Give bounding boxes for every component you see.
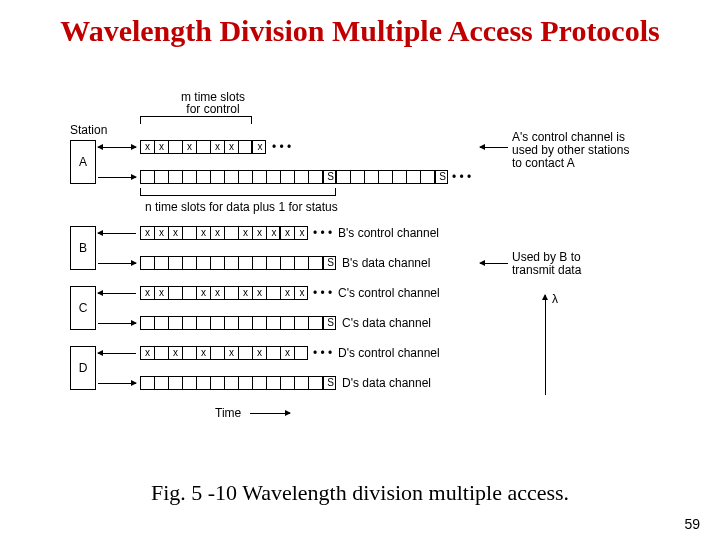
data-slot — [211, 377, 225, 389]
data-slot — [141, 257, 155, 269]
note-A-line2: used by other stations — [512, 143, 662, 157]
ctrl-slot: x — [253, 287, 267, 299]
data-slot — [169, 171, 183, 183]
ctrl-slot: x — [197, 347, 211, 359]
ctrl-slot — [183, 227, 197, 239]
ctrl-slot: x — [197, 227, 211, 239]
brace-n-slots — [140, 188, 336, 196]
data-slot — [155, 257, 169, 269]
data-slot — [239, 171, 253, 183]
arrow-note-A — [480, 147, 508, 148]
ctrl-slot — [225, 227, 239, 239]
label-Bctrl: B's control channel — [338, 226, 439, 240]
ctrl-slot: x — [239, 287, 253, 299]
data-slot — [309, 317, 323, 329]
ctrl-slot — [155, 347, 169, 359]
ellipsis-Dctrl: • • • — [313, 346, 332, 360]
ctrl-slot: x — [281, 227, 295, 239]
ctrl-slot: x — [197, 287, 211, 299]
ctrl-slot: x — [183, 141, 197, 153]
channel-C-control: x x x x x x x x — [140, 286, 308, 300]
channel-A-control-1: x x x x x — [140, 140, 252, 154]
data-slot — [295, 317, 309, 329]
ctrl-slot — [239, 141, 253, 153]
ctrl-slot — [169, 287, 183, 299]
mid-label: n time slots for data plus 1 for status — [145, 200, 338, 214]
arrow-A-ctrl — [98, 147, 136, 148]
lambda-label: λ — [552, 292, 558, 306]
data-slot — [239, 257, 253, 269]
ctrl-slot: x — [253, 141, 267, 153]
brace-m-slots — [140, 116, 252, 124]
ctrl-slot: x — [267, 227, 281, 239]
note-A-line3: to contact A — [512, 156, 662, 170]
label-Cctrl: C's control channel — [338, 286, 440, 300]
arrow-D-ctrl — [98, 353, 136, 354]
arrow-C-ctrl — [98, 293, 136, 294]
label-Cdata: C's data channel — [342, 316, 431, 330]
data-slot — [225, 317, 239, 329]
data-slot — [281, 377, 295, 389]
data-slot — [267, 171, 281, 183]
data-slot — [281, 171, 295, 183]
data-slot — [225, 171, 239, 183]
channel-B-control: x x x x x x x x — [140, 226, 280, 240]
data-slot — [295, 257, 309, 269]
station-box-A: A — [70, 140, 96, 184]
time-arrow — [250, 413, 290, 414]
data-slot — [155, 171, 169, 183]
data-slot — [295, 171, 309, 183]
ctrl-slot: x — [141, 227, 155, 239]
channel-B-control-2s: x x — [280, 226, 308, 240]
data-slot — [309, 257, 323, 269]
arrow-B-data — [98, 263, 136, 264]
ctrl-slot — [267, 347, 281, 359]
ctrl-slot: x — [141, 141, 155, 153]
page-number: 59 — [684, 516, 700, 532]
status-slot: S — [323, 171, 337, 183]
data-slot — [183, 257, 197, 269]
data-slot — [337, 171, 351, 183]
data-slot — [211, 317, 225, 329]
channel-A-control-2-start: x — [252, 140, 266, 154]
ctrl-slot — [211, 347, 225, 359]
ctrl-slot — [295, 347, 309, 359]
data-slot — [197, 257, 211, 269]
label-Ddata: D's data channel — [342, 376, 431, 390]
slide: Wavelength Division Multiple Access Prot… — [0, 0, 720, 540]
ctrl-slot — [197, 141, 211, 153]
arrow-C-data — [98, 323, 136, 324]
ellipsis-Bctrl: • • • — [313, 226, 332, 240]
station-box-C: C — [70, 286, 96, 330]
ctrl-slot: x — [155, 227, 169, 239]
data-slot — [267, 257, 281, 269]
status-slot: S — [435, 171, 449, 183]
channel-A-data-1: S — [140, 170, 336, 184]
data-slot — [253, 317, 267, 329]
ctrl-slot — [183, 287, 197, 299]
data-slot — [309, 171, 323, 183]
ctrl-slot: x — [211, 227, 225, 239]
status-slot: S — [323, 257, 337, 269]
ctrl-slot: x — [253, 347, 267, 359]
ctrl-slot: x — [211, 287, 225, 299]
ctrl-slot: x — [211, 141, 225, 153]
arrow-A-data — [98, 177, 136, 178]
wdma-diagram: Station m time slots for control A x x x… — [70, 100, 655, 445]
data-slot — [141, 317, 155, 329]
data-slot — [211, 171, 225, 183]
station-label: B — [79, 241, 87, 255]
data-slot — [183, 377, 197, 389]
ellipsis-A-data: • • • — [452, 170, 471, 184]
data-slot — [253, 377, 267, 389]
ctrl-slot — [183, 347, 197, 359]
status-slot: S — [323, 317, 337, 329]
data-slot — [393, 171, 407, 183]
note-A-line1: A's control channel is — [512, 130, 662, 144]
label-Dctrl: D's control channel — [338, 346, 440, 360]
ctrl-slot: x — [155, 141, 169, 153]
ctrl-slot: x — [169, 347, 183, 359]
ctrl-slot — [267, 287, 281, 299]
data-slot — [183, 171, 197, 183]
data-slot — [211, 257, 225, 269]
